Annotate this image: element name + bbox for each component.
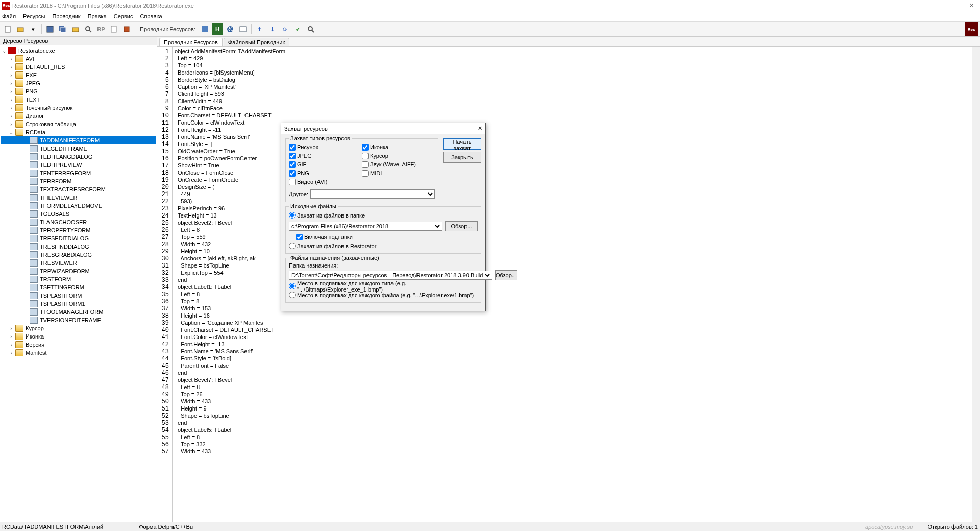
toolbar: ▾ RP Проводник Ресурсов: H RC ⬆ ⬇ ⟳ ✔ Re… xyxy=(0,21,980,37)
other-combo[interactable] xyxy=(310,189,435,199)
toolbar-check-icon[interactable]: ✔ xyxy=(292,23,304,35)
start-grab-button[interactable]: Начать захват xyxy=(443,138,481,150)
checkbox-label: MIDI xyxy=(370,170,382,176)
type-checkbox[interactable] xyxy=(362,153,369,159)
tree-item[interactable]: TFILEVIEWER xyxy=(1,194,156,202)
tree-item[interactable]: TRESGRABDIALOG xyxy=(1,251,156,259)
tab-file-explorer[interactable]: Файловый Проводник xyxy=(224,38,289,46)
tree-folder[interactable]: ›Строковая таблица xyxy=(1,120,156,128)
type-checkbox[interactable] xyxy=(289,161,296,168)
toolbar-down-icon[interactable]: ⬇ xyxy=(267,23,278,35)
toolbar-save-icon[interactable] xyxy=(44,23,56,35)
radio-grab-folder[interactable] xyxy=(289,212,296,219)
type-checkbox[interactable] xyxy=(289,179,296,185)
menu-resources[interactable]: Ресурсы xyxy=(23,13,45,19)
checkbox-label: PNG xyxy=(297,170,309,176)
tree-item[interactable]: TPROPERTYFORM xyxy=(1,226,156,234)
minimize-button[interactable]: — xyxy=(942,2,947,9)
menu-explorer[interactable]: Проводник xyxy=(52,13,80,19)
resource-tree[interactable]: ⌄Restorator.exe ›AVI›DEFAULT_RES›EXE›JPE… xyxy=(0,45,157,522)
tree-folder[interactable]: ›DEFAULT_RES xyxy=(1,63,156,71)
radio-grab-restorator[interactable] xyxy=(289,243,296,249)
dialog-close-icon[interactable]: ✕ xyxy=(478,125,482,132)
tree-folder[interactable]: ›TEXT xyxy=(1,95,156,104)
tree-folder-rcdata[interactable]: ⌄RCData xyxy=(1,128,156,136)
toolbar-rc-icon[interactable]: RC xyxy=(225,23,236,35)
tree-folder[interactable]: ›Иконка xyxy=(1,332,156,341)
toolbar-dropdown-icon[interactable]: ▾ xyxy=(28,23,39,35)
menu-edit[interactable]: Правка xyxy=(88,13,107,19)
tree-item[interactable]: TEDITPREVIEW xyxy=(1,161,156,169)
tree-item[interactable]: TEDITLANGDIALOG xyxy=(1,153,156,161)
tree-item[interactable]: TRSTFORM xyxy=(1,275,156,283)
toolbar-new-icon[interactable] xyxy=(2,23,13,35)
tree-item[interactable]: TRESVIEWER xyxy=(1,259,156,267)
toolbar-open-icon[interactable] xyxy=(15,23,26,35)
toolbar-refresh-icon[interactable]: ⟳ xyxy=(280,23,291,35)
tree-folder[interactable]: ›Курсор xyxy=(1,324,156,332)
type-checkbox[interactable] xyxy=(362,161,369,168)
tree-item[interactable]: TRESEDITDIALOG xyxy=(1,234,156,243)
tree-item[interactable]: TENTERREGFORM xyxy=(1,169,156,177)
tree-folder[interactable]: ›AVI xyxy=(1,55,156,63)
radio-per-type[interactable] xyxy=(289,283,296,289)
toolbar-folder2-icon[interactable] xyxy=(70,23,81,35)
tree-folder[interactable]: ›Точечный рисунок xyxy=(1,104,156,112)
tree-item[interactable]: TERRFORM xyxy=(1,177,156,185)
toolbar-h-icon[interactable]: H xyxy=(212,23,223,35)
type-checkbox[interactable] xyxy=(289,144,296,151)
type-checkbox[interactable] xyxy=(362,170,369,177)
menu-help[interactable]: Справка xyxy=(140,13,162,19)
tree-folder[interactable]: ›JPEG xyxy=(1,79,156,87)
tree-item[interactable]: TGLOBALS xyxy=(1,210,156,218)
source-path-combo[interactable]: c:\Program Files (x86)\Restorator 2018 xyxy=(289,222,442,231)
menu-service[interactable]: Сервис xyxy=(114,13,133,19)
tree-item[interactable]: TEXTRACTRESRCFORM xyxy=(1,185,156,194)
tree-item[interactable]: TDLGEDITFRAME xyxy=(1,144,156,153)
toolbar-rp-icon[interactable]: RP xyxy=(95,23,107,35)
toolbar-grid-icon[interactable] xyxy=(199,23,210,35)
close-button[interactable]: ✕ xyxy=(969,2,974,9)
vertical-scrollbar[interactable] xyxy=(972,47,980,522)
type-checkbox[interactable] xyxy=(289,170,296,177)
toolbar-doc-icon[interactable] xyxy=(108,23,119,35)
tree-item[interactable]: TSETTINGFORM xyxy=(1,283,156,292)
tree-item[interactable]: TRPWIZARDFORM xyxy=(1,267,156,275)
toolbar-saveall-icon[interactable] xyxy=(57,23,68,35)
radio-per-file[interactable] xyxy=(289,292,296,298)
toolbar-book-icon[interactable] xyxy=(121,23,132,35)
brand-logo: Res xyxy=(965,22,978,36)
tree-folder[interactable]: ›Диалог xyxy=(1,112,156,120)
tree-folder[interactable]: ›Версия xyxy=(1,341,156,349)
tree-folder[interactable]: ›PNG xyxy=(1,87,156,95)
tree-item[interactable]: TADDMANIFESTFORM xyxy=(1,136,156,144)
toolbar-label: Проводник Ресурсов: xyxy=(140,26,195,32)
toolbar-find-icon[interactable] xyxy=(305,23,316,35)
tab-resource-explorer[interactable]: Проводник Ресурсов xyxy=(159,38,223,46)
toolbar-search-icon[interactable] xyxy=(83,23,94,35)
type-checkbox[interactable] xyxy=(362,144,369,151)
maximize-button[interactable]: □ xyxy=(957,2,960,9)
tree-item[interactable]: TRESFINDDIALOG xyxy=(1,243,156,251)
close-dialog-button[interactable]: Закрыть xyxy=(443,152,481,163)
toolbar-up-icon[interactable]: ⬆ xyxy=(254,23,265,35)
window-title: Restorator 2018 - C:\Program Files (x86)… xyxy=(12,3,194,9)
include-subfolders-checkbox[interactable] xyxy=(296,234,303,240)
checkbox-label: Рисунок xyxy=(297,144,318,150)
toolbar-form-icon[interactable] xyxy=(237,23,249,35)
browse-source-button[interactable]: Обзор... xyxy=(445,221,478,231)
tree-item[interactable]: TSPLASHFORM1 xyxy=(1,300,156,308)
tree-item[interactable]: TFORMDELAYEDMOVE xyxy=(1,202,156,210)
browse-dest-button[interactable]: Обзор... xyxy=(495,270,517,280)
tree-item[interactable]: TVERSIONEDITFRAME xyxy=(1,316,156,324)
tree-root[interactable]: ⌄Restorator.exe xyxy=(1,46,156,55)
dest-path-combo[interactable]: D:\Torrent\Софт\Редакторы ресурсов - Пер… xyxy=(289,271,492,280)
tree-folder[interactable]: ›EXE xyxy=(1,71,156,79)
tree-item[interactable]: TSPLASHFORM xyxy=(1,292,156,300)
menu-file[interactable]: Файл xyxy=(2,13,16,19)
tree-item[interactable]: TTOOLMANAGERFORM xyxy=(1,308,156,316)
type-checkbox[interactable] xyxy=(289,153,296,159)
tree-folder[interactable]: ›Manifest xyxy=(1,349,156,357)
tree-item[interactable]: TLANGCHOOSER xyxy=(1,218,156,226)
svg-line-7 xyxy=(89,30,91,32)
